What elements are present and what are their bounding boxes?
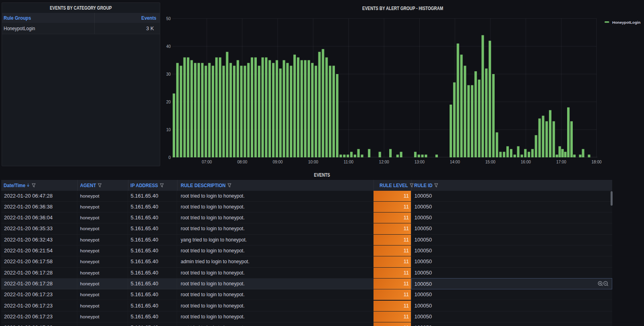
- svg-text:18:00: 18:00: [591, 160, 601, 164]
- svg-text:12:00: 12:00: [379, 160, 389, 164]
- svg-text:30: 30: [166, 72, 171, 76]
- svg-text:13:00: 13:00: [415, 160, 425, 164]
- svg-text:11:00: 11:00: [344, 160, 354, 164]
- svg-text:0: 0: [168, 155, 171, 160]
- svg-text:08:00: 08:00: [237, 160, 247, 164]
- svg-text:40: 40: [166, 44, 171, 49]
- svg-text:50: 50: [166, 17, 171, 21]
- svg-text:20: 20: [166, 100, 171, 104]
- svg-text:14:00: 14:00: [450, 160, 460, 164]
- svg-text:HoneypotLogin: HoneypotLogin: [612, 20, 640, 25]
- svg-text:17:00: 17:00: [556, 160, 566, 164]
- svg-text:EVENTS BY ALERT GROUP - HISTOG: EVENTS BY ALERT GROUP - HISTOGRAM: [362, 5, 443, 10]
- svg-text:09:00: 09:00: [272, 160, 283, 164]
- svg-text:10:00: 10:00: [308, 160, 318, 164]
- svg-text:07:00: 07:00: [202, 160, 212, 164]
- svg-text:10: 10: [166, 128, 171, 132]
- svg-text:16:00: 16:00: [521, 160, 531, 164]
- svg-text:15:00: 15:00: [485, 160, 495, 164]
